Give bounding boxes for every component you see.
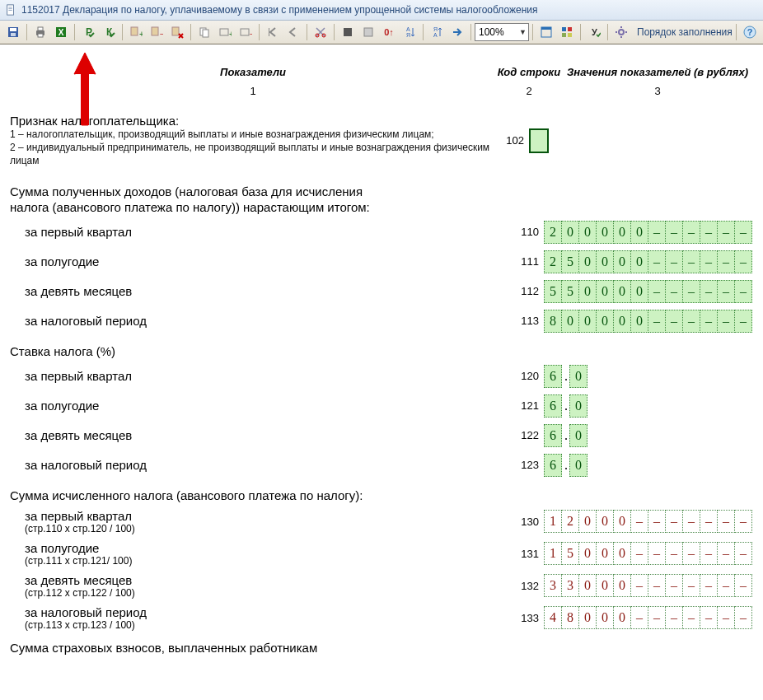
digit-cell[interactable]: 6 xyxy=(544,454,562,477)
digit-cell[interactable]: – xyxy=(734,221,752,244)
digit-cell[interactable]: 0 xyxy=(596,250,614,273)
excel-export-button[interactable]: X xyxy=(51,22,71,42)
digit-cell[interactable]: 0 xyxy=(630,221,648,244)
fill-order-link[interactable]: Порядок заполнения xyxy=(637,26,733,38)
digit-cell[interactable]: – xyxy=(682,280,700,303)
calc-p-button[interactable]: Р xyxy=(78,22,98,42)
remove-row-button[interactable]: − xyxy=(236,22,255,42)
digit-cell[interactable]: 0 xyxy=(613,310,631,333)
digit-cell[interactable]: 0 xyxy=(578,280,597,303)
digit-cell[interactable]: 0 xyxy=(569,424,587,447)
svg-rect-3 xyxy=(8,10,12,11)
digit-cell[interactable]: – xyxy=(682,221,700,244)
digit-cell[interactable]: – xyxy=(734,280,752,303)
digit-cell[interactable]: – xyxy=(717,250,735,273)
digit-cell[interactable]: – xyxy=(717,221,735,244)
digit-cell[interactable]: 0 xyxy=(578,221,597,244)
digit-cell[interactable]: – xyxy=(665,250,683,273)
digit-cell[interactable]: 0 xyxy=(596,310,614,333)
digit-cell[interactable]: 0 xyxy=(569,454,587,477)
digit-cell[interactable]: – xyxy=(700,280,718,303)
settings-button[interactable] xyxy=(611,22,631,42)
add-section-button[interactable]: + xyxy=(126,22,146,42)
digit-cell[interactable]: 0 xyxy=(569,365,587,388)
digit-cell[interactable]: – xyxy=(665,280,683,303)
save-button[interactable] xyxy=(3,22,23,42)
digit-cell[interactable]: – xyxy=(700,250,718,273)
digit-cell[interactable]: – xyxy=(700,221,718,244)
fill-dark-button[interactable] xyxy=(338,22,358,42)
view1-button[interactable] xyxy=(536,22,556,42)
digit-cell[interactable]: – xyxy=(700,310,718,333)
digit-cell[interactable]: 0 xyxy=(561,221,579,244)
cut-button[interactable] xyxy=(311,22,330,42)
svg-text:X: X xyxy=(59,28,64,37)
next-button[interactable] xyxy=(447,22,467,42)
digit-cell[interactable]: 0 xyxy=(613,250,631,273)
sort-desc-button[interactable]: ЯА xyxy=(427,22,447,42)
nav-prev-button[interactable] xyxy=(283,22,303,42)
digit-cell[interactable]: – xyxy=(648,221,666,244)
digit-cell[interactable]: 8 xyxy=(544,310,562,333)
digit-cell[interactable]: – xyxy=(648,310,666,333)
digit-cell[interactable]: – xyxy=(665,221,683,244)
upload-button[interactable]: У xyxy=(584,22,604,42)
digit-cell[interactable]: – xyxy=(734,310,752,333)
window-titlebar: 1152017 Декларация по налогу, уплачиваем… xyxy=(0,0,763,21)
digit-cell[interactable]: 0 xyxy=(578,310,597,333)
print-button[interactable] xyxy=(30,22,50,42)
digit-cell[interactable]: 0 xyxy=(569,394,587,418)
row-code: 120 xyxy=(511,370,544,382)
digit-cell[interactable]: 2 xyxy=(544,221,562,244)
digit-cell[interactable]: 2 xyxy=(544,250,562,273)
remove-section-button[interactable]: − xyxy=(147,22,166,42)
zoom-select[interactable]: 100% ▼ xyxy=(475,23,529,41)
digit-cells: 550000–––––– xyxy=(544,280,752,303)
taxpayer-note-1: 1 – налогоплательщик, производящий выпла… xyxy=(10,128,492,141)
sort-asc-button[interactable]: АЯ xyxy=(400,22,419,42)
digit-cell[interactable]: – xyxy=(734,250,752,273)
rate-cells: 6.0 xyxy=(544,454,587,477)
digit-cell[interactable]: 0 xyxy=(596,221,614,244)
digit-cell[interactable]: 6 xyxy=(544,424,562,447)
digit-cell[interactable]: 0 xyxy=(630,250,648,273)
digit-cell[interactable]: 0 xyxy=(613,221,631,244)
digit-cell[interactable]: – xyxy=(682,310,700,333)
digit-cell[interactable]: 0 xyxy=(578,250,597,273)
copy-button[interactable] xyxy=(194,22,214,42)
digit-cell[interactable]: – xyxy=(717,310,735,333)
digit-cell[interactable]: 0 xyxy=(596,280,614,303)
digit-cell[interactable]: 5 xyxy=(544,280,562,303)
digit-cell[interactable]: 6 xyxy=(544,394,562,418)
svg-rect-40 xyxy=(568,33,572,37)
digit-cell[interactable]: 6 xyxy=(544,365,562,388)
delete-section-button[interactable] xyxy=(167,22,187,42)
calc-k-button[interactable]: К xyxy=(99,22,119,42)
help-button[interactable]: ? xyxy=(740,22,760,42)
fill-light-button[interactable] xyxy=(358,22,378,42)
digit-cell[interactable]: – xyxy=(648,250,666,273)
taxpayer-sign-section: Признак налогоплательщика: 1 – налогопла… xyxy=(10,114,753,168)
form-page: Показатели Код строки Значения показател… xyxy=(0,44,763,655)
nav-first-button[interactable] xyxy=(263,22,283,42)
digit-cell[interactable]: 5 xyxy=(561,280,579,303)
svg-rect-38 xyxy=(568,27,572,31)
digit-cell[interactable]: 0 xyxy=(630,280,648,303)
digit-cell: 2 xyxy=(561,510,579,533)
digit-cell[interactable]: – xyxy=(665,310,683,333)
digit-cell[interactable]: 0 xyxy=(613,280,631,303)
digit-cell[interactable]: – xyxy=(682,250,700,273)
field-102[interactable] xyxy=(529,128,549,153)
view2-button[interactable] xyxy=(557,22,577,42)
row-label: за первый квартал xyxy=(10,225,511,239)
digit-cell[interactable]: – xyxy=(717,280,735,303)
add-row-button[interactable]: + xyxy=(215,22,235,42)
digit-cell[interactable]: 0 xyxy=(630,310,648,333)
row-code: 112 xyxy=(511,285,544,297)
row-code: 111 xyxy=(511,255,544,268)
digit-cells: 200000–––––– xyxy=(544,221,752,244)
font-size-button[interactable]: 0↑ xyxy=(379,22,399,42)
digit-cell[interactable]: 0 xyxy=(561,310,579,333)
digit-cell[interactable]: – xyxy=(648,280,666,303)
digit-cell[interactable]: 5 xyxy=(561,250,579,273)
